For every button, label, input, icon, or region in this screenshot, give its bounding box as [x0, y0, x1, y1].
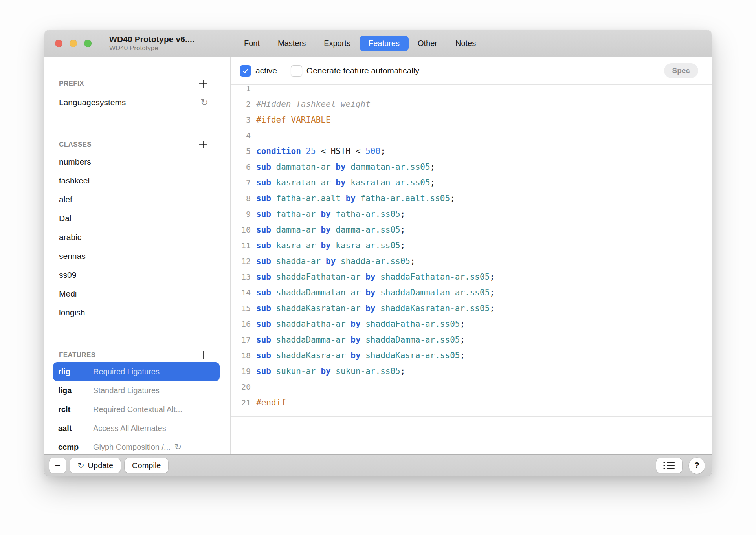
code-line-2[interactable]: 2#Hidden Tashkeel weight — [231, 96, 712, 112]
add-class-button[interactable] — [198, 139, 208, 150]
line-number: 7 — [231, 178, 251, 187]
generate-automatically-checkbox[interactable] — [291, 65, 302, 77]
code-line-6[interactable]: 6sub dammatan-ar by dammatan-ar.ss05; — [231, 159, 712, 175]
feature-item-rlig[interactable]: rligRequired Ligatures — [53, 362, 220, 381]
code-editor[interactable]: 12#Hidden Tashkeel weight3#ifdef VARIABL… — [231, 85, 712, 417]
line-number: 15 — [231, 304, 251, 313]
minimize-window-icon[interactable] — [70, 40, 77, 47]
sidebar-item-dal[interactable]: Dal — [44, 209, 230, 228]
active-checkbox-label: active — [255, 66, 277, 75]
code-line-13[interactable]: 13sub shaddaFathatan-ar by shaddaFathata… — [231, 269, 712, 285]
line-number: 5 — [231, 147, 251, 156]
code-line-19[interactable]: 19sub sukun-ar by sukun-ar.ss05; — [231, 363, 712, 379]
sidebar-item-ss09[interactable]: ss09 — [44, 266, 230, 284]
line-number: 1 — [231, 85, 251, 93]
feature-tag: ccmp — [58, 443, 93, 452]
feature-list-view-button[interactable] — [656, 458, 682, 473]
code-line-8[interactable]: 8sub fatha-ar.aalt by fatha-ar.aalt.ss05… — [231, 191, 712, 206]
code-line-16[interactable]: 16sub shaddaFatha-ar by shaddaFatha-ar.s… — [231, 316, 712, 332]
tab-exports[interactable]: Exports — [315, 36, 360, 51]
feature-item-aalt[interactable]: aaltAccess All Alternates — [53, 419, 220, 438]
sidebar-item-languagesystems[interactable]: Languagesystems ↻ — [59, 94, 208, 111]
code-text: #endif — [251, 398, 286, 407]
code-text: #ifdef VARIABLE — [251, 115, 331, 125]
remove-button[interactable]: − — [49, 458, 66, 473]
features-header-label: FEATURES — [59, 351, 96, 359]
tab-masters[interactable]: Masters — [269, 36, 315, 51]
code-line-21[interactable]: 21#endif — [231, 395, 712, 410]
active-checkbox[interactable] — [240, 65, 251, 77]
code-text: sub shaddaFatha-ar by shaddaFatha-ar.ss0… — [251, 319, 465, 329]
code-text: sub shaddaDammatan-ar by shaddaDammatan-… — [251, 288, 495, 297]
bottom-toolbar: − ↻ Update Compile ? — [44, 454, 712, 476]
line-number: 20 — [231, 382, 251, 392]
compile-button[interactable]: Compile — [125, 458, 168, 473]
code-line-9[interactable]: 9sub fatha-ar by fatha-ar.ss05; — [231, 206, 712, 222]
update-button[interactable]: ↻ Update — [70, 458, 121, 473]
tab-notes[interactable]: Notes — [446, 36, 485, 51]
code-text: sub sukun-ar by sukun-ar.ss05; — [251, 366, 405, 376]
feature-tag: rlig — [58, 367, 93, 376]
sidebar-item-tashkeel[interactable]: tashkeel — [44, 171, 230, 190]
line-number: 3 — [231, 115, 251, 125]
tab-other[interactable]: Other — [409, 36, 446, 51]
code-line-22[interactable]: 22 — [231, 410, 712, 417]
code-line-4[interactable]: 4 — [231, 128, 712, 143]
toolbar-right: ? — [656, 458, 705, 474]
feature-item-rclt[interactable]: rcltRequired Contextual Alt... — [53, 400, 220, 419]
sidebar-item-arabic[interactable]: arabic — [44, 228, 230, 247]
sidebar-item-alef[interactable]: alef — [44, 190, 230, 209]
code-line-1[interactable]: 1 — [231, 85, 712, 96]
plus-icon — [198, 350, 208, 360]
main-tab-bar: FontMastersExportsFeaturesOtherNotes — [235, 36, 485, 51]
refresh-icon: ↻ — [77, 461, 84, 470]
help-button[interactable]: ? — [689, 458, 705, 474]
zoom-window-icon[interactable] — [84, 40, 92, 47]
window-subtitle: WD40 Prototype — [109, 44, 207, 52]
code-line-5[interactable]: 5condition 25 < HSTH < 500; — [231, 143, 712, 159]
feature-label: Required Contextual Alt... — [93, 405, 182, 414]
plus-icon — [198, 139, 208, 150]
code-line-18[interactable]: 18sub shaddaKasra-ar by shaddaKasra-ar.s… — [231, 348, 712, 363]
spec-button[interactable]: Spec — [664, 63, 698, 78]
code-content: 12#Hidden Tashkeel weight3#ifdef VARIABL… — [231, 85, 712, 417]
sidebar-item-sennas[interactable]: sennas — [44, 247, 230, 266]
line-number: 2 — [231, 99, 251, 109]
title-bar: WD40 Prototype v6.... WD40 Prototype Fon… — [44, 30, 712, 57]
code-line-14[interactable]: 14sub shaddaDammatan-ar by shaddaDammata… — [231, 285, 712, 300]
line-number: 11 — [231, 241, 251, 250]
tab-features[interactable]: Features — [360, 36, 409, 51]
feature-label: Glyph Composition /... — [93, 443, 171, 452]
features-list: rligRequired LigaturesligaStandard Ligat… — [44, 362, 230, 454]
code-line-3[interactable]: 3#ifdef VARIABLE — [231, 112, 712, 128]
code-line-11[interactable]: 11sub kasra-ar by kasra-ar.ss05; — [231, 238, 712, 253]
code-text: sub shaddaFathatan-ar by shaddaFathatan-… — [251, 272, 495, 282]
code-line-20[interactable]: 20 — [231, 379, 712, 395]
line-number: 14 — [231, 288, 251, 297]
add-feature-button[interactable] — [198, 350, 208, 360]
prefix-header-label: PREFIX — [59, 80, 84, 88]
tab-font[interactable]: Font — [235, 36, 269, 51]
sidebar-item-longish[interactable]: longish — [44, 303, 230, 322]
prefix-section-header: PREFIX — [59, 79, 208, 88]
sidebar-item-numbers[interactable]: numbers — [44, 152, 230, 171]
line-number: 16 — [231, 319, 251, 329]
feature-item-liga[interactable]: ligaStandard Ligatures — [53, 381, 220, 400]
line-number: 13 — [231, 272, 251, 282]
sidebar-item-medi[interactable]: Medi — [44, 284, 230, 303]
refresh-icon[interactable]: ↻ — [200, 98, 208, 107]
code-line-15[interactable]: 15sub shaddaKasratan-ar by shaddaKasrata… — [231, 300, 712, 316]
code-line-7[interactable]: 7sub kasratan-ar by kasratan-ar.ss05; — [231, 175, 712, 191]
refresh-icon[interactable]: ↻ — [174, 443, 182, 451]
code-line-17[interactable]: 17sub shaddaDamma-ar by shaddaDamma-ar.s… — [231, 332, 712, 348]
code-text: sub shaddaKasratan-ar by shaddaKasratan-… — [251, 304, 495, 313]
code-text: sub shaddaKasra-ar by shaddaKasra-ar.ss0… — [251, 351, 465, 360]
classes-section-header: CLASSES — [59, 140, 208, 149]
feature-editor-header: active Generate feature automatically Sp… — [231, 57, 712, 85]
code-line-10[interactable]: 10sub damma-ar by damma-ar.ss05; — [231, 222, 712, 238]
add-prefix-button[interactable] — [198, 79, 208, 89]
code-text: sub kasra-ar by kasra-ar.ss05; — [251, 241, 405, 250]
code-line-12[interactable]: 12sub shadda-ar by shadda-ar.ss05; — [231, 253, 712, 269]
close-window-icon[interactable] — [55, 40, 62, 47]
feature-item-ccmp[interactable]: ccmpGlyph Composition /...↻ — [53, 438, 220, 454]
